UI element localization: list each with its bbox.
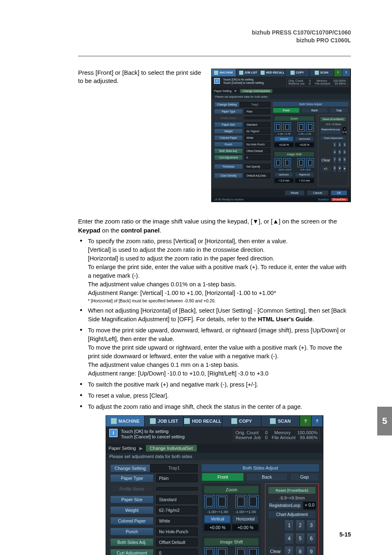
key-pm[interactable]: +/- xyxy=(320,165,332,173)
gap-button[interactable]: Gap xyxy=(330,108,348,113)
cancel-button[interactable]: Cancel xyxy=(307,190,328,196)
key-5-l[interactable]: 5 xyxy=(295,533,305,544)
vertical-button-l[interactable]: Vertical xyxy=(204,515,231,523)
change-setting-btn[interactable]: Change Setting xyxy=(214,102,240,107)
chartadj-button[interactable]: Chart Adjustment xyxy=(320,136,346,140)
bullet-4: To switch the positive mark (+) and nega… xyxy=(88,380,351,389)
copy-icon xyxy=(291,71,295,75)
breadcrumb-l: Paper Setting ▶ Change IndividualSet xyxy=(106,444,323,453)
row-color-density[interactable]: Color Density xyxy=(214,173,243,178)
section-tab: 5 xyxy=(377,407,392,435)
key-2[interactable]: 2 xyxy=(338,142,341,148)
instruction-list-2: When not adjusting [Horizontal] of [Back… xyxy=(78,306,351,411)
tab-joblist-l[interactable]: JOB LIST xyxy=(145,416,183,426)
tab-hdd-l[interactable]: HDD RECALL xyxy=(184,416,222,426)
tab-scan-l[interactable]: SCAN xyxy=(261,416,300,426)
row-paper-type-l[interactable]: Paper Type xyxy=(110,474,154,482)
row-paper-size-l[interactable]: Paper Size xyxy=(110,495,154,504)
key-7-l[interactable]: 7 xyxy=(284,546,294,555)
key-1-l[interactable]: 1 xyxy=(284,520,294,531)
row-both-sides-l[interactable]: Both Sides Adj. xyxy=(110,538,154,546)
row-paper-type[interactable]: Paper Type xyxy=(214,109,243,114)
key-0[interactable]: 0 xyxy=(333,165,337,173)
row-curl[interactable]: Curl Adjustment xyxy=(214,155,243,160)
key-1[interactable]: 1 xyxy=(333,142,337,148)
reset-fb-button[interactable]: Reset (Front/Back) xyxy=(320,117,346,122)
key-6[interactable]: 6 xyxy=(343,149,346,155)
regloop-button-l[interactable]: RegistrationLoop xyxy=(268,502,302,509)
key-5[interactable]: 5 xyxy=(338,149,341,155)
gap-button-l[interactable]: Gap xyxy=(290,473,319,481)
intro-text: Press [Front] or [Back] to select the pr… xyxy=(78,69,202,202)
page-number: 5-15 xyxy=(339,531,351,538)
row-punch-l[interactable]: Punch xyxy=(110,527,154,536)
tab-copy[interactable]: COPY xyxy=(285,69,310,76)
info-button-l[interactable]: ? xyxy=(311,416,323,426)
tab-joblist[interactable]: JOB LIST xyxy=(236,69,261,76)
bullet-1: To specify the zoom ratio, press [Vertic… xyxy=(88,237,351,297)
rightleft-button[interactable]: Right/Left xyxy=(295,172,314,177)
reset-button[interactable]: Reset xyxy=(285,190,304,196)
back-button-l[interactable]: Back xyxy=(246,473,288,481)
reset-fb-button-l[interactable]: Reset (Front/Back) xyxy=(268,486,316,494)
shift-ud-icon2-l xyxy=(217,547,227,555)
help-button[interactable]: ? xyxy=(334,69,342,76)
zoom-h-icon2 xyxy=(307,122,314,131)
tab-scan[interactable]: SCAN xyxy=(309,69,334,76)
info-button[interactable]: ? xyxy=(342,69,350,76)
help-button-l[interactable]: ? xyxy=(300,416,311,426)
status-box-l: Orig. Count0Memory100.000% Reserve Job0F… xyxy=(233,429,320,441)
row-weight[interactable]: Weight xyxy=(214,129,243,134)
tab-machine-l[interactable]: MACHINE xyxy=(106,416,145,426)
key-3-l[interactable]: 3 xyxy=(307,520,316,531)
row-both-sides[interactable]: Both Sides Adj. xyxy=(214,148,243,154)
key-clear[interactable]: Clear xyxy=(320,157,332,164)
regloop-button[interactable]: RegistrationLoop xyxy=(320,127,341,134)
row-thickness[interactable]: Thickness xyxy=(214,164,243,169)
back-button[interactable]: Back xyxy=(301,108,328,113)
row-colored-paper-l[interactable]: Colored Paper xyxy=(110,517,154,525)
tab-machine[interactable]: MACHINE xyxy=(212,69,236,76)
large-screenshot: MACHINE JOB LIST HDD RECALL COPY SCAN ? … xyxy=(106,415,323,555)
key-4[interactable]: 4 xyxy=(333,149,337,155)
key-3[interactable]: 3 xyxy=(343,142,346,148)
chevron-right-icon: ▶ xyxy=(235,89,237,92)
zoom-title-l: Zoom xyxy=(204,486,258,493)
key-clear-l[interactable]: Clear xyxy=(268,546,283,555)
tab-hdd[interactable]: HDD RECALL xyxy=(261,69,285,76)
key-2-l[interactable]: 2 xyxy=(295,520,305,531)
updown-button[interactable]: Up/Down xyxy=(274,172,293,177)
key-down[interactable]: ▼ xyxy=(338,165,341,173)
row-colored-paper[interactable]: Colored Paper xyxy=(214,135,243,140)
tab-copy-l[interactable]: COPY xyxy=(222,416,261,426)
front-button-l[interactable]: Front xyxy=(202,473,243,481)
key-7[interactable]: 7 xyxy=(333,157,337,164)
row-weight-l[interactable]: Weight xyxy=(110,506,154,514)
horizontal-button-l[interactable]: Horizontal xyxy=(232,515,258,523)
key-8-l[interactable]: 8 xyxy=(295,546,305,555)
key-6-l[interactable]: 6 xyxy=(307,533,316,544)
keypad-panel-highlight: Reset (Front/Back) -9.9~+9.9mm Registrat… xyxy=(265,484,319,555)
machine-icon xyxy=(214,71,218,75)
row-curl-l[interactable]: Curl Adjustment xyxy=(110,549,154,555)
vertical-button[interactable]: Vertical xyxy=(274,136,293,141)
crumb-paper-setting-l[interactable]: Paper Setting xyxy=(108,446,136,451)
key-8[interactable]: 8 xyxy=(338,157,341,164)
row-paper-size[interactable]: Paper Size xyxy=(214,122,243,127)
row-punch[interactable]: Punch xyxy=(214,142,243,147)
change-setting-btn-l[interactable]: Change Setting xyxy=(110,464,150,472)
ok-button[interactable]: OK xyxy=(331,190,347,196)
key-9[interactable]: 9 xyxy=(343,157,346,164)
crumb-change-individual-l[interactable]: Change IndividualSet xyxy=(146,445,197,451)
crumb-paper-setting[interactable]: Paper Setting xyxy=(214,90,231,92)
key-up[interactable]: ▲ xyxy=(343,165,346,173)
key-4-l[interactable]: 4 xyxy=(284,533,294,544)
horizontal-button[interactable]: Horizontal xyxy=(295,136,314,141)
status-box: Orig. Count0Memory100.000% Reserve Job0F… xyxy=(286,78,348,86)
key-9-l[interactable]: 9 xyxy=(307,546,316,555)
bullet-6: To adjust the zoom ratio and image shift… xyxy=(88,403,351,411)
instruction-list: To specify the zoom ratio, press [Vertic… xyxy=(78,237,351,297)
front-button[interactable]: Front xyxy=(273,108,300,113)
crumb-change-individual[interactable]: Change IndividualSet xyxy=(240,89,272,93)
chartadj-button-l[interactable]: Chart Adjustment xyxy=(268,511,316,518)
